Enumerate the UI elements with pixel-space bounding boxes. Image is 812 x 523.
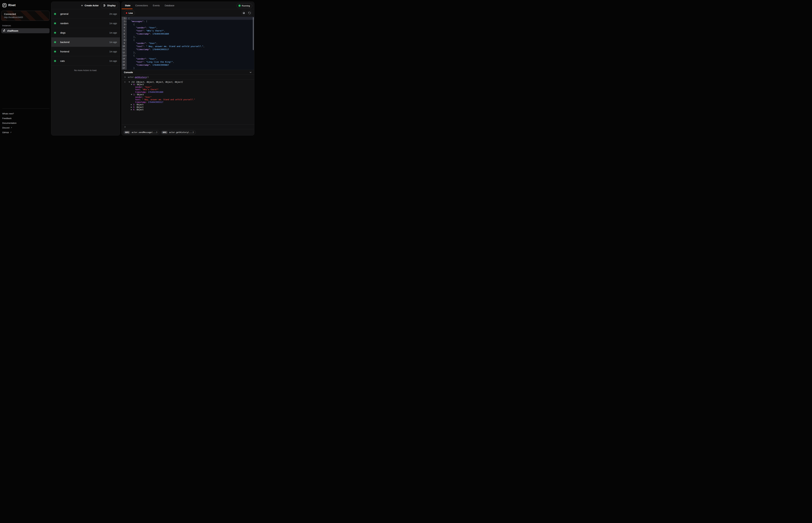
console-command-method[interactable]: getHistory xyxy=(135,76,146,78)
status-badge-label: Running xyxy=(242,4,250,7)
editor-gutter: 1 xyxy=(122,17,127,20)
actor-name: cats xyxy=(60,59,109,62)
footer-link-whats-new-[interactable]: Whats new? xyxy=(0,111,50,116)
display-button[interactable]: Display xyxy=(101,3,118,8)
shapes-icon xyxy=(3,29,6,33)
actor-row-random[interactable]: random1m ago xyxy=(51,19,120,28)
editor-code-line: "sender": "User", xyxy=(127,57,254,60)
prompt-chevron-icon xyxy=(124,126,126,128)
actor-row-dogs[interactable]: dogs1m ago xyxy=(51,28,120,37)
editor-code-line: "text": "Who’s there?", xyxy=(127,29,254,32)
actor-last-active: 1m ago xyxy=(109,41,117,43)
line-number: 10 xyxy=(122,45,125,47)
expanded-triangle-icon[interactable] xyxy=(131,94,132,95)
footer-link-discord[interactable]: Discord↗ xyxy=(0,125,50,130)
console-prop-sender: sender: "User" xyxy=(124,86,252,88)
online-dot-icon xyxy=(54,60,56,62)
online-dot-icon xyxy=(54,22,56,24)
console-command: actor.getHistory() xyxy=(128,76,149,78)
create-actor-button[interactable]: Create Actor xyxy=(81,4,99,7)
expanded-triangle-icon[interactable] xyxy=(128,82,130,83)
tab-events[interactable]: Events xyxy=(153,2,160,9)
connection-status: Connected xyxy=(4,13,47,15)
collapsed-triangle-icon[interactable] xyxy=(131,104,132,105)
live-dot-icon xyxy=(126,12,127,14)
expanded-triangle-icon[interactable] xyxy=(131,84,132,85)
console-input-row[interactable] xyxy=(122,125,254,129)
editor-code-line: }, xyxy=(127,51,254,54)
console-entry-4[interactable]: 4: Object xyxy=(124,109,252,111)
rpc-method-label: actor.getHistory(...) xyxy=(169,131,194,133)
collapsed-triangle-icon[interactable] xyxy=(131,109,132,110)
actor-last-active: 1m ago xyxy=(109,32,117,34)
editor-code-line: "timestamp": 1764043995517 xyxy=(127,48,254,51)
fold-chevron-icon[interactable] xyxy=(125,39,127,41)
footer-link-documentation[interactable]: Documentation xyxy=(0,121,50,125)
revert-button[interactable] xyxy=(247,11,252,15)
editor-lines: 1{2 "messages": [3 {4 "sender": "User",5… xyxy=(122,17,254,70)
fold-chevron-icon[interactable] xyxy=(125,55,127,56)
brand-name: Rivet xyxy=(8,4,16,7)
editor-code-line: { xyxy=(127,38,254,41)
console-entry-0[interactable]: 0: Object xyxy=(124,84,252,86)
actor-row-backend[interactable]: backend1m ago xyxy=(51,37,120,47)
console-command-history: actor.getHistory() xyxy=(122,75,254,79)
save-button[interactable] xyxy=(241,11,246,15)
rpc-button-actor-gethistory-[interactable]: RPCactor.getHistory(...) xyxy=(161,130,196,134)
prompt-chevron-icon xyxy=(124,76,126,78)
tab-connections[interactable]: Connections xyxy=(135,2,148,9)
line-number: 15 xyxy=(122,61,125,63)
actor-row-cats[interactable]: cats1m ago xyxy=(51,56,120,66)
footer-link-github[interactable]: GitHub↗ xyxy=(0,130,50,135)
sidebar-item-instance-chatRoom[interactable]: chatRoom xyxy=(1,28,50,33)
line-number: 16 xyxy=(122,64,125,66)
state-json-editor[interactable]: 1{2 "messages": [3 {4 "sender": "User",5… xyxy=(122,17,254,70)
editor-gutter: 3 xyxy=(122,23,127,26)
editor-line-14: 14 "sender": "User", xyxy=(122,57,254,60)
collapsed-triangle-icon[interactable] xyxy=(131,107,132,108)
footer-link-feedback[interactable]: Feedback xyxy=(0,116,50,121)
tab-database[interactable]: Database xyxy=(165,2,174,9)
instance-list: chatRoom xyxy=(0,28,51,33)
instance-name: chatRoom xyxy=(7,30,18,32)
rpc-badge: RPC xyxy=(161,131,168,134)
live-badge[interactable]: Live xyxy=(124,11,135,15)
console-entry-3[interactable]: 3: Object xyxy=(124,106,252,109)
editor-gutter: 4 xyxy=(122,26,127,29)
tab-state[interactable]: State xyxy=(125,2,131,9)
online-dot-icon xyxy=(54,13,56,15)
actor-name: frontend xyxy=(60,50,109,53)
line-number: 3 xyxy=(122,23,125,25)
plus-icon xyxy=(81,4,83,7)
editor-line-11: 11 "timestamp": 1764043995517 xyxy=(122,48,254,51)
editor-gutter: 16 xyxy=(122,64,127,67)
editor-gutter: 8 xyxy=(122,38,127,41)
console-entry-1[interactable]: 1: Object xyxy=(124,93,252,96)
actors-panel: Create Actor Display general2m agorandom… xyxy=(51,2,120,136)
line-number: 12 xyxy=(122,51,125,54)
editor-scrollbar[interactable] xyxy=(253,17,254,50)
editor-code-line: { xyxy=(127,23,254,26)
editor-line-7: 7 }, xyxy=(122,35,254,38)
editor-code-line: "text": " Nay, answer me. Stand and unfo… xyxy=(127,45,254,48)
fold-chevron-icon[interactable] xyxy=(125,18,127,19)
chevron-down-icon xyxy=(249,71,252,74)
console-prop-text: text: "Who’s there?" xyxy=(124,88,252,91)
actor-last-active: 1m ago xyxy=(109,60,117,62)
sidebar-footer: Whats new?FeedbackDocumentationDiscord↗G… xyxy=(0,109,50,135)
actor-last-active: 1m ago xyxy=(109,50,117,53)
line-number: 2 xyxy=(122,20,125,22)
console-prop-timestamp: timestamp: 1764043995517 xyxy=(124,101,252,104)
console-entry-2[interactable]: 2: Object xyxy=(124,104,252,106)
fold-chevron-icon[interactable] xyxy=(125,24,127,25)
actor-row-frontend[interactable]: frontend1m ago xyxy=(51,47,120,56)
rpc-method-label: actor.sendMessage(...) xyxy=(132,131,157,133)
editor-gutter: 10 xyxy=(122,45,127,48)
actor-row-general[interactable]: general2m ago xyxy=(51,9,120,19)
external-link-icon: ↗ xyxy=(11,127,12,129)
console-header[interactable]: Console xyxy=(122,70,254,75)
rpc-button-actor-sendmessage-[interactable]: RPCactor.sendMessage(...) xyxy=(123,130,159,134)
editor-line-1: 1{ xyxy=(122,17,254,20)
line-number: 5 xyxy=(122,30,125,32)
fold-chevron-icon[interactable] xyxy=(125,21,127,22)
